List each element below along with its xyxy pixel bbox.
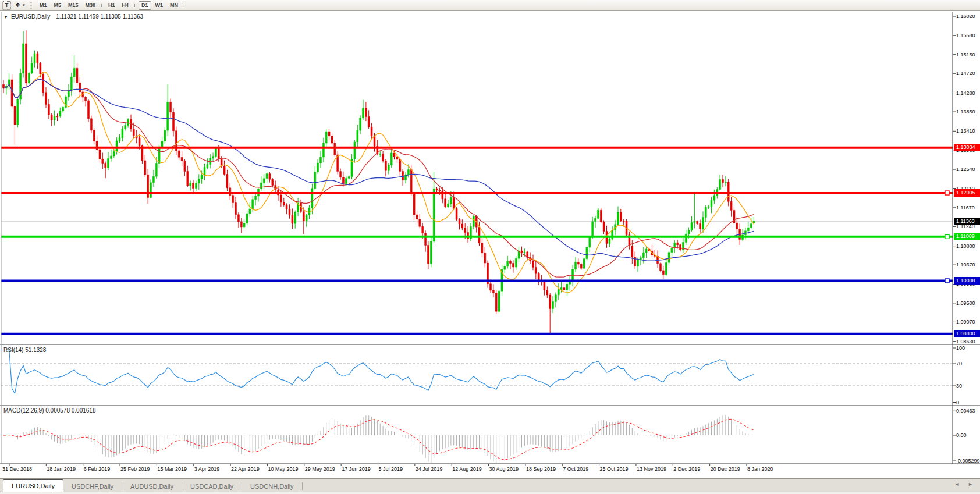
- toolbar-grip: [30, 2, 34, 9]
- arrange-symbols-button[interactable]: ❖ ▼: [12, 1, 29, 10]
- text-tool-icon: T: [5, 2, 9, 8]
- date-tick-label: 18 Jan 2019: [47, 466, 76, 472]
- price-tick-label: 1.16020: [956, 13, 975, 19]
- ohlc-values: 1.11321 1.11459 1.11305 1.11363: [56, 13, 143, 20]
- mt4-window: T ❖ ▼ M1M5M15M30H1H4D1W1MN ▼EURUSD,Daily…: [0, 0, 980, 494]
- date-tick-label: 24 Jul 2019: [416, 466, 443, 472]
- price-tick-label: 1.12540: [956, 166, 975, 172]
- line-drag-handle[interactable]: [945, 191, 949, 195]
- date-tick-label: 17 Jun 2019: [342, 466, 371, 472]
- arrange-symbols-icon: ❖: [15, 2, 20, 8]
- symbol-tab-eurusd[interactable]: EURUSD,Daily: [3, 479, 63, 492]
- text-tool-button[interactable]: T: [2, 1, 11, 10]
- date-tick-label: 5 Jul 2019: [379, 466, 403, 472]
- hline-price-label: 1.13034: [954, 144, 980, 151]
- symbol-tab-usdcnh[interactable]: USDCNH,Daily: [242, 481, 302, 492]
- timeframe-button-M30[interactable]: M30: [82, 1, 98, 10]
- timeframe-button-D1[interactable]: D1: [139, 1, 151, 10]
- date-tick-label: 29 May 2019: [305, 466, 335, 472]
- date-tick-label: 31 Dec 2018: [2, 466, 32, 472]
- price-tick-label: 1.10370: [956, 262, 975, 268]
- macd-tick-label: 0.00463: [956, 408, 975, 414]
- chevron-down-icon: ▼: [22, 3, 26, 7]
- date-tick-label: 15 Mar 2019: [157, 466, 187, 472]
- tab-scroll-right-icon[interactable]: ►: [968, 481, 973, 487]
- date-tick-label: 3 Apr 2019: [194, 466, 220, 472]
- line-drag-handle[interactable]: [945, 279, 949, 283]
- timeframe-button-M5[interactable]: M5: [51, 1, 64, 10]
- tab-separator: [302, 482, 303, 490]
- price-tick-label: 1.15580: [956, 33, 975, 38]
- hline-price-label: 1.12005: [954, 189, 980, 197]
- date-tick-label: 20 Dec 2019: [711, 466, 740, 472]
- symbol-tab-usdcad[interactable]: USDCAD,Daily: [182, 481, 242, 492]
- symbol-tab-audusd[interactable]: AUDUSD,Daily: [122, 481, 182, 492]
- price-tick-label: 1.13850: [956, 109, 975, 115]
- price-tick-label: 1.09500: [956, 300, 975, 306]
- macd-tick-label: -0.005299: [956, 458, 980, 464]
- toolbar: T ❖ ▼ M1M5M15M30H1H4D1W1MN: [0, 0, 980, 11]
- date-tick-label: 25 Oct 2019: [600, 466, 629, 472]
- chart-symbol-label: EURUSD,Daily: [11, 13, 50, 20]
- rsi-tick-label: 0: [956, 400, 959, 406]
- symbol-tab-usdchf[interactable]: USDCHF,Daily: [63, 481, 122, 492]
- timeframe-button-H1[interactable]: H1: [105, 1, 118, 10]
- timeframe-button-group: M1M5M15M30H1H4D1W1MN: [36, 1, 182, 10]
- price-tick-label: 1.15150: [956, 52, 975, 58]
- date-tick-label: 12 Aug 2019: [452, 466, 482, 472]
- timeframe-button-H4[interactable]: H4: [119, 1, 132, 10]
- hline-price-label: 1.11009: [954, 233, 980, 240]
- macd-tick-label: 0.00: [956, 432, 967, 438]
- toolbar-separator: [184, 2, 185, 9]
- date-tick-label: 18 Sep 2019: [526, 466, 556, 472]
- rsi-tick-label: 30: [956, 383, 962, 389]
- date-tick-label: 10 May 2019: [268, 466, 298, 472]
- date-tick-label: 25 Feb 2019: [120, 466, 150, 472]
- price-tick-label: 1.14720: [956, 70, 975, 76]
- hline-price-label: 1.08800: [954, 330, 980, 337]
- rsi-label: RSI(14) 51.1328: [3, 347, 46, 353]
- date-tick-label: 13 Nov 2019: [637, 466, 666, 472]
- toolbar-separator: [134, 2, 136, 9]
- status-strip: [0, 492, 980, 494]
- rsi-tick-label: 70: [956, 361, 962, 367]
- price-tick-label: 1.08630: [956, 339, 975, 344]
- macd-label: MACD(12,26,9) 0.000578 0.001618: [3, 407, 95, 414]
- chart-canvas[interactable]: [0, 0, 980, 494]
- rsi-tick-label: 100: [956, 345, 965, 351]
- line-drag-handle[interactable]: [945, 234, 949, 239]
- tab-scrollbar: ◄ ►: [954, 481, 973, 487]
- date-tick-label: 2 Dec 2019: [673, 466, 700, 472]
- toolbar-separator: [101, 2, 102, 9]
- price-tick-label: 1.13410: [956, 128, 975, 134]
- date-tick-label: 6 Feb 2019: [84, 466, 111, 472]
- collapse-arrow-icon: ▼: [3, 15, 8, 20]
- timeframe-button-M1[interactable]: M1: [37, 1, 50, 10]
- tab-scroll-left-icon[interactable]: ◄: [954, 481, 960, 487]
- date-tick-label: 8 Jan 2020: [747, 466, 773, 472]
- timeframe-button-MN[interactable]: MN: [167, 1, 181, 10]
- price-tick-label: 1.14280: [956, 90, 975, 96]
- hline-price-label: 1.10008: [954, 277, 980, 285]
- price-tick-label: 1.11670: [956, 205, 975, 211]
- timeframe-button-M15[interactable]: M15: [65, 1, 81, 10]
- chart-header: ▼EURUSD,Daily1.11321 1.11459 1.11305 1.1…: [3, 13, 143, 20]
- date-tick-label: 22 Apr 2019: [231, 466, 260, 472]
- date-tick-label: 7 Oct 2019: [563, 466, 588, 472]
- date-tick-label: 30 Aug 2019: [489, 466, 519, 472]
- timeframe-button-W1[interactable]: W1: [152, 1, 166, 10]
- price-tick-label: 1.09070: [956, 319, 975, 325]
- symbol-tab-bar: EURUSD,DailyUSDCHF,DailyAUDUSD,DailyUSDC…: [0, 478, 980, 492]
- price-tick-label: 1.10800: [956, 243, 975, 249]
- current-price-label: 1.11363: [954, 218, 980, 225]
